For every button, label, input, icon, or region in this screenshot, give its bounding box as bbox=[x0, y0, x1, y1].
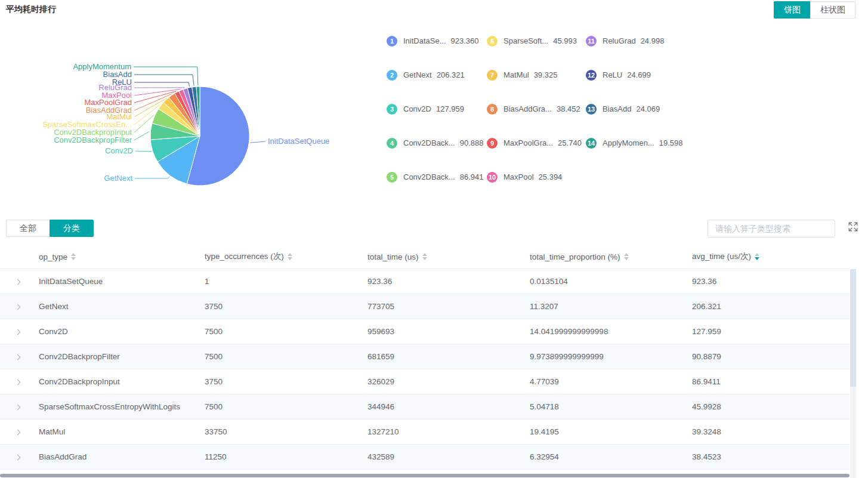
tab-all[interactable]: 全部 bbox=[6, 220, 50, 237]
sort-carets-icon[interactable] bbox=[288, 253, 292, 260]
vertical-scrollbar-thumb[interactable] bbox=[850, 269, 856, 387]
cell-op_type: GetNext bbox=[36, 302, 202, 311]
chevron-right-icon[interactable] bbox=[15, 304, 21, 310]
legend-item-SparseSoftmaxCrossEntropyWithLogits[interactable]: 6SparseSoft...45.993 bbox=[487, 36, 586, 70]
table-row[interactable]: Conv2DBackpropInput37503260294.7703986.9… bbox=[0, 369, 850, 394]
sort-asc-caret[interactable] bbox=[755, 253, 759, 256]
legend-item-BiasAdd[interactable]: 13BiasAdd24.069 bbox=[586, 104, 717, 138]
cell-avg_time: 206.321 bbox=[689, 302, 850, 311]
table-row[interactable]: BiasAddGrad112504325896.3295438.4523 bbox=[0, 445, 850, 470]
column-label: avg_time (us/次) bbox=[692, 251, 751, 262]
cell-total_time: 773705 bbox=[365, 302, 527, 311]
legend-op-value: 38.452 bbox=[557, 104, 580, 113]
legend-label: ReLU24.699 bbox=[603, 70, 651, 81]
legend-item-MaxPool[interactable]: 10MaxPool25.394 bbox=[487, 172, 586, 206]
op-type-search-input[interactable] bbox=[708, 220, 835, 238]
legend-item-InitDataSetQueue[interactable]: 1InitDataSe...923.360 bbox=[387, 36, 487, 70]
row-expand-cell bbox=[0, 327, 36, 336]
cell-avg_time: 923.36 bbox=[689, 277, 850, 286]
sort-asc-caret[interactable] bbox=[71, 253, 76, 256]
table-row[interactable]: GetNext375077370511.3207206.321 bbox=[0, 294, 850, 319]
legend-op-name: Conv2DBack... bbox=[403, 172, 455, 181]
legend-op-name: Conv2DBack... bbox=[403, 138, 455, 147]
chevron-right-icon[interactable] bbox=[15, 430, 21, 436]
vertical-scrollbar-track[interactable] bbox=[850, 269, 856, 478]
cell-op_type: Conv2D bbox=[36, 327, 202, 336]
legend-item-MatMul[interactable]: 7MatMul39.325 bbox=[487, 70, 586, 104]
sort-asc-caret[interactable] bbox=[624, 253, 629, 256]
legend-op-name: ApplyMomen... bbox=[603, 138, 654, 147]
chevron-right-icon[interactable] bbox=[15, 354, 21, 360]
sort-desc-caret[interactable] bbox=[288, 257, 292, 260]
sort-desc-caret[interactable] bbox=[624, 257, 629, 260]
legend-item-ApplyMomentum[interactable]: 14ApplyMomen...19.598 bbox=[586, 138, 717, 172]
row-expand-cell bbox=[0, 277, 36, 286]
cell-type_occurrences: 3750 bbox=[202, 377, 365, 386]
sort-desc-caret[interactable] bbox=[422, 257, 427, 260]
cell-op_type: Conv2DBackpropFilter bbox=[36, 352, 202, 361]
pie-label-line-InitDataSetQueue bbox=[250, 141, 265, 143]
sort-asc-caret[interactable] bbox=[288, 253, 292, 256]
page-title: 平均耗时排行 bbox=[6, 4, 56, 15]
row-expand-cell bbox=[0, 352, 36, 361]
table-row[interactable]: Conv2D750095969314.041999999999998127.95… bbox=[0, 319, 850, 344]
table-row[interactable]: Conv2DBackpropFilter75006816599.97389999… bbox=[0, 344, 850, 369]
table-row[interactable]: InitDataSetQueue1923.360.0135104923.36 bbox=[0, 269, 850, 294]
legend-item-Conv2DBackpropFilter[interactable]: 4Conv2DBack...90.888 bbox=[387, 138, 487, 172]
sort-carets-icon[interactable] bbox=[755, 253, 759, 260]
pie-label-line-BiasAdd bbox=[134, 75, 194, 86]
legend-label: SparseSoft...45.993 bbox=[503, 36, 577, 47]
pie-legend: 1InitDataSe...923.3602GetNext206.3213Con… bbox=[387, 36, 717, 206]
chevron-right-icon[interactable] bbox=[15, 455, 21, 461]
sort-carets-icon[interactable] bbox=[624, 253, 629, 260]
legend-item-MaxPoolGrad[interactable]: 9MaxPoolGra...25.740 bbox=[487, 138, 586, 172]
cell-total_time: 1327210 bbox=[365, 427, 527, 436]
fullscreen-button[interactable] bbox=[847, 221, 859, 233]
legend-op-name: BiasAdd bbox=[603, 104, 631, 113]
cell-type_occurrences: 11250 bbox=[202, 452, 365, 461]
cell-op_type: SparseSoftmaxCrossEntropyWithLogits bbox=[36, 402, 202, 411]
column-label: type_occurrences (次) bbox=[205, 251, 284, 262]
cell-op_type: InitDataSetQueue bbox=[36, 277, 202, 286]
sort-desc-caret[interactable] bbox=[71, 257, 76, 260]
legend-op-name: ReluGrad bbox=[603, 36, 636, 45]
bar-view-button[interactable]: 柱状图 bbox=[810, 1, 855, 18]
cell-total_time_proportion: 4.77039 bbox=[527, 377, 689, 386]
pie-view-button[interactable]: 饼图 bbox=[774, 1, 810, 18]
column-label: total_time_proportion (%) bbox=[530, 252, 620, 261]
pie-label-SparseSoftmaxCrossEntropyWithLogits: SparseSoftmaxCrossEn... bbox=[42, 121, 132, 129]
legend-rank-badge: 10 bbox=[487, 172, 498, 183]
legend-item-Conv2D[interactable]: 3Conv2D127.959 bbox=[387, 104, 487, 138]
legend-op-name: Conv2D bbox=[403, 104, 431, 113]
legend-label: Conv2D127.959 bbox=[403, 104, 464, 115]
sort-desc-caret[interactable] bbox=[755, 257, 759, 260]
sort-asc-caret[interactable] bbox=[422, 253, 427, 256]
pie-label-line-GetNext bbox=[135, 177, 169, 178]
table-row[interactable]: MatMul33750132721019.419539.3248 bbox=[0, 420, 850, 445]
cell-type_occurrences: 1 bbox=[202, 277, 365, 286]
tab-category[interactable]: 分类 bbox=[50, 220, 94, 237]
legend-item-BiasAddGrad[interactable]: 8BiasAddGra...38.452 bbox=[487, 104, 586, 138]
avg-time-pie-chart: InitDataSetQueueGetNextConv2DConv2DBackp… bbox=[0, 24, 382, 221]
table-row[interactable]: SparseSoftmaxCrossEntropyWithLogits75003… bbox=[0, 394, 850, 420]
legend-label: BiasAdd24.069 bbox=[603, 104, 660, 115]
pie-label-Conv2DBackpropInput: Conv2DBackpropInput bbox=[54, 128, 132, 137]
chevron-right-icon[interactable] bbox=[15, 380, 21, 386]
row-expand-cell bbox=[0, 377, 36, 386]
sort-carets-icon[interactable] bbox=[422, 253, 427, 260]
cell-total_time: 959693 bbox=[365, 327, 527, 336]
chevron-right-icon[interactable] bbox=[15, 329, 21, 335]
legend-item-ReluGrad[interactable]: 11ReluGrad24.998 bbox=[586, 36, 717, 70]
legend-rank-badge: 13 bbox=[586, 104, 597, 115]
chevron-right-icon[interactable] bbox=[15, 279, 21, 285]
legend-item-ReLU[interactable]: 12ReLU24.699 bbox=[586, 70, 717, 104]
column-header-avg_time: avg_time (us/次) bbox=[689, 251, 850, 262]
cell-avg_time: 127.959 bbox=[689, 327, 850, 336]
sort-carets-icon[interactable] bbox=[71, 253, 76, 260]
cell-avg_time: 39.3248 bbox=[689, 427, 850, 436]
chevron-right-icon[interactable] bbox=[15, 405, 21, 411]
fullscreen-expand-icon bbox=[848, 221, 858, 232]
horizontal-scrollbar[interactable] bbox=[0, 474, 850, 477]
legend-item-Conv2DBackpropInput[interactable]: 5Conv2DBack...86.941 bbox=[387, 172, 487, 206]
legend-item-GetNext[interactable]: 2GetNext206.321 bbox=[387, 70, 487, 104]
